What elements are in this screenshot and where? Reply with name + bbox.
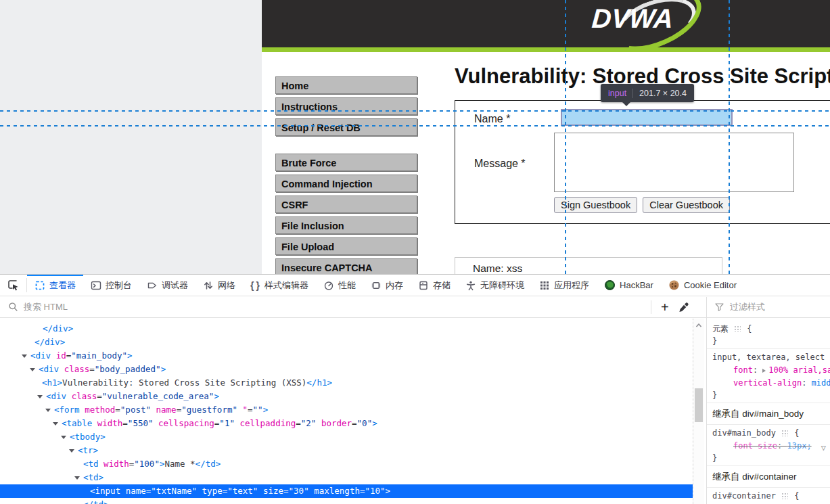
css-declaration[interactable]: font-size: 13px;▽ — [712, 440, 830, 453]
tree-row[interactable]: <div class="vulnerable_code_area"> — [0, 390, 693, 403]
tree-row[interactable]: <div class="body_padded"> — [0, 363, 693, 376]
tree-row[interactable]: </td> — [0, 498, 693, 504]
tree-row[interactable]: <div id="main_body"> — [0, 349, 693, 363]
nav-home[interactable]: Home — [275, 76, 417, 94]
tree-row[interactable]: <form method="post" name="guestform" "="… — [0, 403, 693, 417]
twisty-expand-icon[interactable] — [69, 449, 74, 453]
filter-placeholder: 过滤样式 — [730, 301, 765, 313]
tab-cookie-editor[interactable]: Cookie Editor — [661, 275, 744, 296]
tree-row[interactable]: </div> — [0, 322, 693, 336]
css-declaration[interactable]: font: 100% arial,sans-serif — [712, 364, 830, 377]
inspector-icon — [34, 280, 45, 291]
twisty-expand-icon[interactable] — [74, 476, 80, 480]
tree-row[interactable]: <tr> — [0, 444, 693, 457]
application-icon — [539, 280, 550, 291]
tab-application[interactable]: 应用程序 — [532, 275, 597, 296]
browser-viewport: DVWA Home Instructions Setup / Reset DB … — [0, 0, 830, 274]
tab-label: 查看器 — [49, 279, 76, 292]
guestbook-entries: Name: xss — [455, 257, 722, 274]
rule-selector[interactable]: div#main_body — [712, 428, 776, 438]
tab-accessibility[interactable]: 无障碍环境 — [458, 275, 532, 296]
pane-divider[interactable] — [706, 297, 707, 504]
twisty-expand-icon[interactable] — [22, 354, 27, 358]
tab-inspector[interactable]: 查看器 — [27, 275, 83, 296]
element-picker-icon — [7, 279, 20, 292]
debugger-icon — [147, 280, 158, 291]
nav-csrf[interactable]: CSRF — [275, 196, 417, 213]
nav-command-injection[interactable]: Command Injection — [275, 175, 417, 192]
console-icon — [91, 280, 101, 291]
create-new-node-button[interactable]: + — [661, 300, 669, 314]
infobar-divider — [632, 89, 633, 98]
filter-funnel-icon — [714, 302, 724, 312]
dvwa-logo: DVWA — [585, 0, 700, 47]
tab-console[interactable]: 控制台 — [83, 275, 139, 296]
tab-label: 内存 — [386, 279, 403, 292]
toolbar-separator — [651, 300, 651, 314]
devtools-tabbar: 查看器 控制台 调试器 网络 { } 样式编辑器 — [0, 275, 830, 296]
css-rule: div#main_body {font-size: 13px;▽} — [707, 425, 830, 466]
tab-performance[interactable]: 性能 — [316, 275, 363, 296]
tab-label: Cookie Editor — [684, 280, 737, 290]
devtools-search-row: 搜索 HTML + 过滤样式 — [0, 296, 830, 318]
element-picker-button[interactable] — [0, 275, 26, 296]
nav-file-inclusion[interactable]: File Inclusion — [275, 216, 417, 234]
filter-styles-input[interactable]: 过滤样式 — [714, 296, 765, 317]
tab-storage[interactable]: 存储 — [411, 275, 458, 296]
twisty-expand-icon[interactable] — [45, 409, 51, 412]
search-placeholder: 搜索 HTML — [24, 301, 68, 313]
markup-scrollbar[interactable] — [693, 319, 704, 504]
search-html-input[interactable]: 搜索 HTML — [8, 296, 68, 317]
rule-selector[interactable]: input, textarea, select — [712, 352, 825, 362]
memory-icon — [371, 280, 382, 291]
message-textarea[interactable] — [554, 133, 794, 192]
grid-dots-icon — [781, 492, 788, 499]
tab-label: 调试器 — [162, 279, 188, 292]
nav-file-upload[interactable]: File Upload — [275, 237, 417, 255]
infobar-dimensions: 201.7 × 20.4 — [639, 89, 687, 98]
clear-guestbook-button[interactable]: Clear Guestbook — [643, 197, 730, 213]
tree-row[interactable]: <table width="550" cellspacing="1" cellp… — [0, 417, 693, 430]
highlighter-guide-horizontal-top — [0, 110, 830, 112]
overridden-filter-icon[interactable]: ▽ — [821, 442, 826, 455]
nav-insecure-captcha[interactable]: Insecure CAPTCHA — [275, 258, 417, 274]
css-declaration[interactable]: vertical-align: middle — [712, 377, 830, 390]
tree-row[interactable]: </div> — [0, 336, 693, 349]
scrollbar-thumb[interactable] — [695, 388, 703, 422]
tab-style-editor[interactable]: { } 样式编辑器 — [243, 275, 316, 296]
tab-label: 存储 — [433, 279, 451, 292]
grid-dots-icon — [781, 429, 788, 436]
twisty-expand-icon[interactable] — [61, 436, 66, 439]
tab-label: 性能 — [338, 279, 356, 292]
tree-row[interactable]: <td> — [0, 471, 693, 484]
css-rule: 元素 {} — [707, 321, 830, 349]
scroll-up-arrow[interactable] — [695, 321, 703, 329]
performance-icon — [323, 280, 334, 291]
tab-hackbar[interactable]: HackBar — [597, 275, 661, 296]
twisty-expand-icon[interactable] — [37, 395, 43, 398]
tree-row[interactable]: <h1>Vulnerability: Stored Cross Site Scr… — [0, 376, 693, 390]
shorthand-expander-icon[interactable] — [762, 369, 766, 373]
css-rule: div#container {font-size: 13px;▽} — [707, 488, 830, 504]
tree-row-selected[interactable]: <input name="txtName" type="text" size="… — [0, 484, 693, 498]
dvwa-page-header: DVWA — [262, 0, 830, 47]
rule-selector[interactable]: 元素 — [712, 324, 729, 334]
twisty-expand-icon[interactable] — [53, 422, 58, 426]
tab-memory[interactable]: 内存 — [363, 275, 411, 296]
tab-debugger[interactable]: 调试器 — [139, 275, 195, 296]
nav-instructions[interactable]: Instructions — [275, 97, 417, 115]
message-label: Message * — [474, 158, 526, 170]
nav-brute-force[interactable]: Brute Force — [275, 154, 417, 171]
sign-guestbook-button[interactable]: Sign Guestbook — [554, 197, 637, 213]
nav-setup-reset-db[interactable]: Setup / Reset DB — [275, 118, 417, 136]
tab-network[interactable]: 网络 — [195, 275, 243, 296]
rule-selector[interactable]: div#container — [712, 491, 776, 501]
tree-row[interactable]: <tbody> — [0, 430, 693, 444]
inspector-content: </div></div><div id="main_body"><div cla… — [0, 319, 830, 504]
infobar-tag: input — [608, 89, 626, 98]
tree-row[interactable]: <td width="100">Name *</td> — [0, 457, 693, 471]
twisty-expand-icon[interactable] — [30, 368, 35, 371]
eyedropper-button[interactable] — [678, 302, 689, 313]
style-editor-icon: { } — [250, 280, 260, 291]
header-green-stripe — [262, 47, 830, 52]
